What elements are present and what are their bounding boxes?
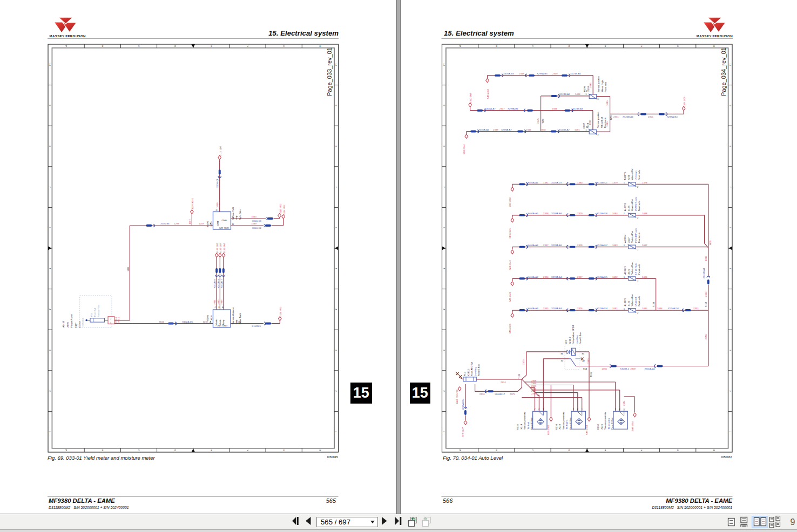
- svg-text:1092: 1092: [705, 256, 707, 261]
- svg-text:565: 565: [326, 497, 336, 504]
- svg-text:1270 9B32: 1270 9B32: [191, 198, 194, 209]
- svg-text:Sensor-proximity: Sensor-proximity: [604, 412, 606, 429]
- svg-text:X124B-A1: X124B-A1: [703, 268, 705, 278]
- svg-text:2339: 2339: [493, 128, 498, 131]
- svg-text:6: 6: [335, 227, 337, 229]
- svg-text:X220: X220: [558, 424, 561, 429]
- svg-text:7F7 2377: 7F7 2377: [462, 427, 464, 437]
- svg-text:3: 3: [335, 350, 337, 351]
- svg-text:9: 9: [335, 105, 337, 106]
- svg-text:15. Electrical system: 15. Electrical system: [268, 29, 339, 37]
- svg-text:3106: 3106: [159, 320, 164, 323]
- svg-text:X500-C2: X500-C2: [252, 227, 262, 229]
- svg-text:1: 1: [443, 431, 445, 433]
- svg-text:Valve-off/on: Valve-off/on: [631, 262, 633, 275]
- svg-text:Power-Panel: Power-Panel: [70, 314, 73, 328]
- svg-text:3113 4G2: 3113 4G2: [279, 203, 282, 214]
- svg-text:Sensor-position: Sensor-position: [597, 112, 599, 128]
- svg-text:X400A-A1: X400A-A1: [528, 181, 538, 184]
- svg-text:10: 10: [49, 64, 51, 66]
- svg-text:1: 1: [49, 431, 51, 433]
- svg-text:G: G: [283, 449, 285, 452]
- svg-text:X124B-A2: X124B-A2: [559, 128, 570, 131]
- svg-text:1: 1: [335, 431, 337, 433]
- svg-text:15. Electrical system: 15. Electrical system: [444, 29, 514, 37]
- svg-text:7: 7: [49, 186, 51, 188]
- svg-text:B: B: [232, 223, 234, 226]
- svg-text:1: 1: [582, 408, 583, 411]
- svg-text:LS tilt Right: LS tilt Right: [634, 262, 637, 275]
- svg-text:2345: 2345: [537, 118, 539, 124]
- svg-text:Right Side: Right Side: [239, 209, 241, 220]
- svg-text:8: 8: [49, 146, 51, 147]
- svg-text:X299A-A3: X299A-A3: [551, 307, 562, 310]
- svg-text:A108Y5: A108Y5: [624, 172, 626, 180]
- svg-text:Fig. 69. 033-01 Yield meter an: Fig. 69. 033-01 Yield meter and moisture…: [48, 455, 156, 461]
- svg-text:LS Down: LS Down: [634, 170, 637, 180]
- svg-text:6A8 2340: 6A8 2340: [509, 323, 511, 333]
- svg-text:2: 2: [637, 248, 639, 251]
- svg-text:X500-C1: X500-C1: [216, 178, 219, 188]
- svg-text:1035: 1035: [217, 299, 220, 305]
- svg-text:2350 5A8: 2350 5A8: [469, 93, 472, 103]
- svg-text:MF9380 DELTA - EAME: MF9380 DELTA - EAME: [666, 497, 732, 504]
- svg-text:3107 2B7: 3107 2B7: [216, 243, 219, 253]
- svg-text:2346: 2346: [526, 128, 531, 131]
- svg-text:X102B-8: X102B-8: [213, 279, 216, 288]
- svg-text:85: 85: [582, 352, 585, 355]
- svg-text:Levelling: Levelling: [474, 366, 477, 376]
- svg-text:2326: 2326: [577, 307, 583, 310]
- svg-text:X500-B6: X500-B6: [160, 222, 170, 225]
- svg-text:2335: 2335: [543, 307, 549, 310]
- svg-text:T158: T158: [705, 302, 707, 307]
- svg-text:B: B: [102, 449, 103, 452]
- svg-text:E: E: [211, 45, 212, 47]
- svg-text:Sensor Yes: Sensor Yes: [97, 305, 100, 317]
- svg-text:D: D: [568, 449, 570, 452]
- svg-text:X124A-D5: X124A-D5: [597, 276, 607, 278]
- svg-text:1084: 1084: [612, 212, 618, 215]
- svg-text:2: 2: [637, 216, 639, 219]
- svg-text:2327: 2327: [577, 276, 583, 278]
- svg-text:2: 2: [443, 390, 445, 392]
- svg-text:C: C: [215, 209, 217, 212]
- svg-text:10: 10: [729, 64, 732, 66]
- svg-text:Wheel Right: Wheel Right: [601, 79, 604, 92]
- svg-text:10: 10: [443, 64, 445, 66]
- svg-text:F: F: [247, 449, 248, 452]
- svg-text:crop: crop: [235, 319, 238, 324]
- svg-text:2: 2: [573, 408, 574, 411]
- svg-text:5: 5: [729, 268, 732, 270]
- svg-text:X400A-A6: X400A-A6: [478, 128, 489, 131]
- svg-text:A108Y1: A108Y1: [624, 266, 626, 275]
- svg-text:Page_034_rev_01: Page_034_rev_01: [720, 47, 727, 96]
- svg-text:X102B-5: X102B-5: [252, 325, 261, 328]
- svg-text:B: B: [102, 45, 103, 47]
- svg-text:H: H: [713, 45, 715, 47]
- svg-text:X102A-D6: X102A-D6: [182, 320, 193, 323]
- svg-text:2375: 2375: [510, 393, 515, 395]
- svg-text:1040: 1040: [251, 215, 256, 218]
- svg-text:5: 5: [335, 268, 337, 270]
- svg-text:1086: 1086: [642, 276, 647, 278]
- svg-text:IGN 858: IGN 858: [82, 317, 84, 326]
- svg-text:6: 6: [49, 227, 51, 229]
- svg-text:6D8 1382: 6D8 1382: [509, 197, 511, 207]
- svg-text:2: 2: [534, 408, 535, 411]
- svg-text:Rear E-Box: Rear E-Box: [611, 417, 613, 429]
- svg-text:X400A-A2: X400A-A2: [528, 276, 538, 278]
- svg-text:3111: 3111: [127, 266, 130, 271]
- svg-text:T138: T138: [652, 302, 655, 307]
- svg-text:A: A: [65, 45, 67, 47]
- svg-text:3: 3: [443, 350, 445, 351]
- svg-text:MASSEY FERGUSON: MASSEY FERGUSON: [50, 34, 86, 38]
- svg-text:1034: 1034: [213, 299, 216, 305]
- svg-text:Front axle: Front axle: [638, 169, 640, 180]
- svg-text:2: 2: [49, 390, 51, 392]
- svg-text:5: 5: [49, 268, 51, 270]
- svg-text:B106: B106: [206, 315, 209, 320]
- svg-text:H: H: [319, 45, 321, 47]
- svg-text:1032: 1032: [202, 320, 208, 323]
- svg-text:8: 8: [443, 146, 445, 147]
- svg-text:Tilt Right: Tilt Right: [565, 420, 568, 429]
